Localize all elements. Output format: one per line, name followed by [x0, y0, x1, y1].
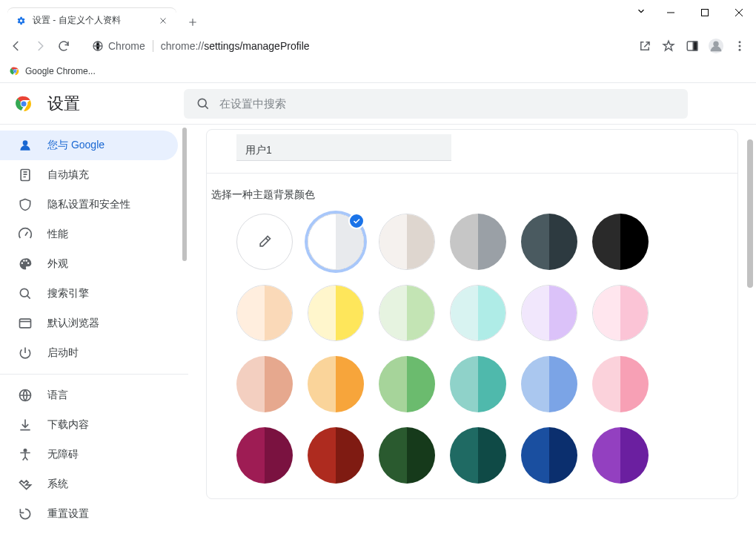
sidebar-item-label: 语言 [47, 389, 68, 402]
theme-swatch-21[interactable] [450, 427, 506, 484]
theme-swatch-6[interactable] [236, 285, 293, 341]
theme-swatch-12[interactable] [236, 356, 293, 412]
sidebar-item-label: 搜索引擎 [47, 287, 89, 300]
theme-swatch-5[interactable] [592, 214, 649, 270]
maximize-button[interactable] [688, 1, 722, 24]
perf-icon [18, 227, 33, 242]
window-controls [654, 1, 756, 24]
theme-swatch-18[interactable] [236, 427, 293, 484]
minimize-button[interactable] [654, 1, 688, 24]
main-content: 您与 Google自动填充隐私设置和安全性性能外观搜索引擎默认浏览器启动时语言下… [0, 125, 756, 534]
download-icon [18, 418, 33, 432]
search-icon [18, 286, 33, 301]
tab-dropdown-button[interactable] [629, 0, 654, 22]
svg-rect-20 [20, 319, 31, 328]
settings-content: 选择一种主题背景颜色 [188, 125, 756, 534]
theme-swatch-14[interactable] [379, 356, 435, 412]
theme-swatch-11[interactable] [592, 285, 649, 341]
theme-swatch-16[interactable] [521, 356, 577, 412]
sidepanel-button[interactable] [682, 36, 703, 56]
profile-button[interactable] [706, 36, 726, 56]
svg-point-6 [739, 41, 741, 43]
sidebar-item-9[interactable]: 语言 [0, 380, 178, 410]
eyedropper-icon [257, 234, 272, 249]
sidebar-item-4[interactable]: 外观 [0, 249, 178, 279]
theme-swatch-4[interactable] [521, 214, 577, 270]
content-scrollbar[interactable] [747, 139, 753, 288]
settings-search[interactable] [184, 89, 688, 119]
sidebar-item-13[interactable]: 重置设置 [0, 499, 178, 529]
sidebar-item-10[interactable]: 下载内容 [0, 410, 178, 440]
new-tab-button[interactable] [182, 12, 203, 33]
sidebar-item-11[interactable]: 无障碍 [0, 440, 178, 469]
svg-point-12 [14, 70, 16, 72]
address-bar[interactable]: Chrome chrome://settings/manageProfile [83, 35, 626, 57]
sidebar-item-12[interactable]: 系统 [0, 469, 178, 499]
page-title: 设置 [47, 93, 80, 115]
svg-rect-0 [702, 10, 709, 16]
svg-point-17 [23, 140, 28, 145]
settings-sidebar: 您与 Google自动填充隐私设置和安全性性能外观搜索引擎默认浏览器启动时语言下… [0, 125, 188, 534]
sidebar-item-3[interactable]: 性能 [0, 220, 178, 249]
sidebar-item-label: 您与 Google [47, 139, 105, 152]
theme-swatch-1[interactable] [308, 214, 364, 270]
language-icon [18, 388, 33, 403]
sidebar-scrollbar[interactable] [182, 128, 187, 261]
divider [153, 40, 153, 52]
reload-button[interactable] [53, 36, 74, 56]
close-icon[interactable] [157, 15, 169, 27]
system-icon [18, 477, 33, 492]
theme-swatch-20[interactable] [379, 427, 435, 484]
autofill-icon [18, 168, 33, 182]
theme-swatch-8[interactable] [379, 285, 435, 341]
sidebar-item-label: 默认浏览器 [47, 317, 99, 330]
theme-swatch-3[interactable] [450, 214, 506, 270]
forward-button[interactable] [30, 36, 50, 56]
tab-strip: 设置 - 自定义个人资料 [0, 0, 629, 33]
theme-swatch-23[interactable] [592, 427, 649, 484]
share-button[interactable] [634, 36, 655, 56]
svg-point-8 [739, 49, 741, 51]
menu-button[interactable] [729, 36, 750, 56]
theme-swatch-2[interactable] [379, 214, 435, 270]
gear-icon [15, 15, 27, 27]
site-info-button[interactable]: Chrome [92, 40, 145, 52]
theme-swatch-13[interactable] [308, 356, 364, 412]
theme-section-title: 选择一种主题背景颜色 [207, 173, 737, 209]
bookmark-button[interactable] [658, 36, 679, 56]
theme-swatch-7[interactable] [308, 285, 364, 341]
browser-icon [18, 316, 33, 331]
sidebar-item-5[interactable]: 搜索引擎 [0, 279, 178, 309]
svg-rect-3 [694, 42, 697, 50]
theme-swatch-10[interactable] [521, 285, 577, 341]
theme-swatch-9[interactable] [450, 285, 506, 341]
sidebar-item-label: 隐私设置和安全性 [47, 198, 130, 211]
sidebar-item-0[interactable]: 您与 Google [0, 131, 178, 160]
sidebar-item-label: 外观 [47, 257, 68, 271]
settings-search-input[interactable] [219, 97, 676, 110]
back-button[interactable] [6, 36, 27, 56]
profile-card: 选择一种主题背景颜色 [206, 129, 738, 499]
chrome-icon [9, 65, 21, 77]
bookmark-label: Google Chrome... [25, 66, 96, 76]
check-icon [348, 213, 365, 229]
sidebar-item-1[interactable]: 自动填充 [0, 160, 178, 190]
sidebar-item-6[interactable]: 默认浏览器 [0, 309, 178, 338]
sidebar-item-7[interactable]: 启动时 [0, 338, 178, 368]
browser-tab[interactable]: 设置 - 自定义个人资料 [7, 7, 176, 33]
theme-swatch-22[interactable] [521, 427, 577, 484]
sidebar-item-label: 重置设置 [47, 507, 89, 521]
color-picker-swatch[interactable] [236, 214, 293, 270]
theme-swatch-17[interactable] [592, 356, 649, 412]
sidebar-item-label: 性能 [47, 228, 68, 241]
user-icon [18, 138, 33, 153]
theme-swatch-19[interactable] [308, 427, 364, 484]
search-icon [196, 96, 210, 111]
tab-title: 设置 - 自定义个人资料 [33, 14, 151, 27]
startup-icon [18, 346, 33, 360]
close-window-button[interactable] [722, 1, 756, 24]
profile-name-input[interactable] [236, 134, 451, 161]
theme-swatch-15[interactable] [450, 356, 506, 412]
sidebar-item-2[interactable]: 隐私设置和安全性 [0, 190, 178, 220]
bookmark-item[interactable]: Google Chrome... [9, 65, 96, 77]
